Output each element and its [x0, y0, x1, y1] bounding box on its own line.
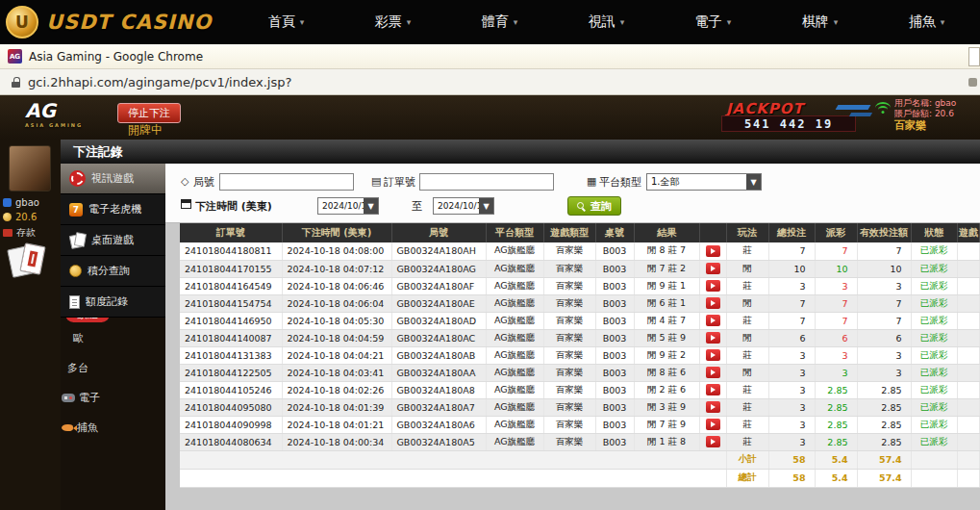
lobby-europe-link[interactable]: 歐 — [73, 331, 84, 345]
replay-button[interactable] — [706, 367, 720, 378]
record-row: 2410180440950802024-10-18 04:01:39GB0032… — [180, 398, 980, 416]
chevron-down-icon: ▾ — [407, 17, 412, 27]
deposit-link[interactable]: 存款 — [3, 226, 36, 240]
chevron-down-icon: ▾ — [620, 17, 625, 27]
round-icon: ◇ — [181, 175, 188, 188]
nav-item-6[interactable]: 捕魚▾ — [873, 0, 980, 44]
casino-topbar: AG ASIA GAMING 停止下注 開牌中 JACKPOT 541 442 … — [0, 95, 980, 140]
browser-urlbar[interactable]: gci.2hhapi.com/agingame/pcv1/index.jsp? — [0, 69, 980, 95]
decor-streak — [836, 105, 871, 110]
user-info-panel: 用戶名稱: gbao 賬戶餘額: 20.6 百家樂 — [894, 98, 980, 131]
record-row: 2410180441808112024-10-18 04:08:00GB0032… — [180, 242, 980, 260]
record-row: 2410180441547542024-10-18 04:06:04GB0032… — [180, 294, 980, 312]
record-row: 2410180441469502024-10-18 04:05:30GB0032… — [180, 312, 980, 329]
date-from-select[interactable]: 2024/10/18 ▼ — [317, 197, 379, 215]
filter-area: ◇ 局號 ▤ 訂單號 ▦ 平台類型 1.全部 ▼ 下注時間 (美東) 2024/… — [165, 164, 980, 223]
decor-streak — [849, 113, 872, 116]
order-icon: ▤ — [371, 175, 381, 188]
chevron-down-icon: ▼ — [479, 198, 493, 214]
subtotal-row: 小計585.457.4 — [180, 450, 980, 469]
menu-item-table-games[interactable]: 桌面遊戲 — [61, 225, 165, 256]
nav-item-5[interactable]: 棋牌▾ — [766, 0, 873, 44]
site-header: U USDT CASINO 首頁▾彩票▾體育▾視訊▾電子▾棋牌▾捕魚▾ — [0, 0, 980, 44]
record-row: 2410180440909982024-10-18 04:01:21GB0032… — [180, 416, 980, 433]
lobby-multi-link[interactable]: 多台 — [67, 361, 88, 375]
menu-item-points-query[interactable]: 積分查詢 — [61, 256, 165, 287]
order-label: 訂單號 — [384, 175, 415, 190]
site-logo[interactable]: U USDT CASINO — [6, 6, 233, 38]
lock-icon — [12, 77, 20, 88]
main-nav: 首頁▾彩票▾體育▾視訊▾電子▾棋牌▾捕魚▾ — [233, 0, 980, 44]
gamepad-icon — [62, 394, 75, 402]
record-row: 2410180441645492024-10-18 04:06:46GB0032… — [180, 277, 980, 294]
playing-cards-graphic — [10, 243, 48, 282]
replay-button[interactable] — [706, 349, 720, 361]
nav-item-1[interactable]: 彩票▾ — [339, 0, 446, 44]
dealing-status: 開牌中 — [128, 122, 163, 139]
deposit-icon — [3, 229, 13, 237]
record-row: 2410180441052462024-10-18 04:02:26GB0032… — [180, 381, 980, 398]
total-row: 總計585.457.4 — [180, 469, 980, 487]
points-query-icon — [69, 265, 82, 277]
date-to-select[interactable]: 2024/10/18 ▼ — [433, 197, 494, 215]
urlbar-extension-icon — [968, 78, 977, 87]
url-text: gci.2hhapi.com/agingame/pcv1/index.jsp? — [28, 75, 291, 89]
chevron-down-icon: ▾ — [514, 17, 518, 27]
record-row: 2410180441313832024-10-18 04:04:21GB0032… — [180, 346, 980, 364]
ag-logo: AG ASIA GAMING — [25, 99, 83, 128]
nav-item-4[interactable]: 電子▾ — [660, 0, 766, 44]
records-table-area: 訂單號下注時間 (美東)局號平台類型遊戲類型桌號結果玩法總投注派彩有效投注額狀態… — [180, 223, 980, 488]
menu-item-slot-machine[interactable]: 電子老虎機 — [61, 194, 165, 225]
replay-button[interactable] — [706, 384, 720, 395]
chevron-down-icon: ▾ — [941, 17, 945, 27]
menu-item-video-game[interactable]: 視訊遊戲 — [61, 164, 165, 194]
replay-button[interactable] — [706, 280, 720, 292]
replay-button[interactable] — [706, 245, 720, 257]
round-input[interactable] — [219, 173, 354, 191]
bet-time-label: 下注時間 (美東) — [195, 199, 272, 214]
platform-select[interactable]: 1.全部 ▼ — [646, 173, 762, 191]
casino-page: AG ASIA GAMING 停止下注 開牌中 JACKPOT 541 442 … — [0, 95, 980, 510]
replay-button[interactable] — [706, 297, 720, 309]
record-row: 2410180440806342024-10-18 04:00:34GB0032… — [180, 433, 980, 450]
screenshot-root: U USDT CASINO 首頁▾彩票▾體育▾視訊▾電子▾棋牌▾捕魚▾ AG A… — [0, 0, 980, 510]
record-row: 2410180441225052024-10-18 04:03:41GB0032… — [180, 364, 980, 381]
lobby-fishing-link[interactable]: 捕魚 — [62, 421, 98, 435]
replay-button[interactable] — [706, 436, 720, 447]
table-games-icon — [69, 233, 86, 247]
ag-logo-text: AG — [25, 99, 56, 122]
replay-button[interactable] — [706, 419, 720, 430]
platform-icon: ▦ — [587, 175, 596, 188]
calendar-icon — [181, 199, 191, 209]
quota-record-icon — [69, 295, 80, 309]
replay-button[interactable] — [706, 315, 720, 326]
menu-item-quota-record[interactable]: 額度記錄 — [61, 287, 165, 318]
chevron-down-icon: ▾ — [727, 17, 732, 27]
lobby-electronic-link[interactable]: 電子 — [62, 391, 100, 405]
replay-button[interactable] — [706, 401, 720, 413]
chevron-down-icon: ▾ — [300, 17, 305, 27]
replay-button[interactable] — [706, 332, 720, 344]
browser-titlebar: AG Asia Gaming - Google Chrome — [0, 44, 980, 69]
lobby-strip: gbao 20.6 存款 — [0, 140, 61, 510]
usdt-coin-icon: U — [6, 6, 38, 38]
search-button[interactable]: 查詢 — [567, 196, 621, 216]
chevron-down-icon: ▼ — [364, 198, 378, 214]
chevron-down-icon: ▾ — [834, 17, 839, 27]
stop-betting-button[interactable]: 停止下注 — [117, 103, 181, 123]
deposit-label: 存款 — [16, 226, 36, 240]
nav-item-3[interactable]: 視訊▾ — [553, 0, 660, 44]
records-tbody: 2410180441808112024-10-18 04:08:00GB0032… — [180, 242, 980, 487]
platform-label: 平台類型 — [599, 175, 641, 190]
replay-button[interactable] — [706, 263, 720, 274]
window-title: Asia Gaming - Google Chrome — [29, 50, 203, 64]
order-input[interactable] — [419, 173, 554, 191]
nav-item-0[interactable]: 首頁▾ — [233, 0, 339, 44]
chevron-down-icon: ▼ — [746, 174, 761, 190]
wifi-signal-icon — [875, 101, 891, 114]
record-row: 2410180441701552024-10-18 04:07:12GB0032… — [180, 260, 980, 277]
modal-main: ◇ 局號 ▤ 訂單號 ▦ 平台類型 1.全部 ▼ 下注時間 (美東) 2024/… — [165, 164, 980, 510]
search-icon — [577, 202, 586, 211]
lobby-balance-row: 20.6 — [3, 212, 37, 222]
nav-item-2[interactable]: 體育▾ — [446, 0, 553, 44]
